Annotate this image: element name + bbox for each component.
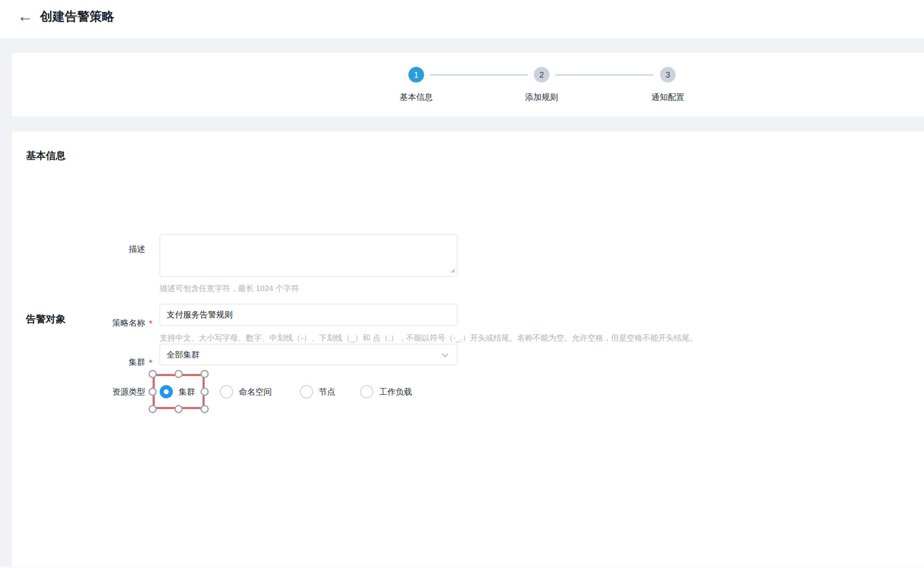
radio-unchecked-icon: [300, 385, 313, 398]
cluster-label: 集群: [26, 357, 145, 367]
radio-unchecked-icon: [220, 385, 233, 398]
radio-option-workload[interactable]: 工作负载: [360, 385, 412, 398]
step-2-label: 添加规则: [500, 92, 583, 103]
step-1-label: 基本信息: [375, 92, 457, 103]
annotation-handle-bottom-right: [200, 405, 209, 413]
bottom-scrollbar-track: [0, 566, 924, 568]
form-card: 基本信息 策略名称 * 支持中文、大小写字母、数字、中划线（-）、下划线（_）和…: [12, 132, 924, 568]
cluster-select[interactable]: 全部集群: [160, 344, 457, 365]
step-3-label: 通知配置: [627, 92, 709, 103]
radio-option-label: 节点: [319, 385, 335, 398]
section-title-basic-info: 基本信息: [26, 149, 66, 162]
annotation-handle-middle-right: [200, 388, 209, 396]
step-3-circle: 3: [660, 67, 676, 83]
page-title: 创建告警策略: [40, 8, 114, 25]
section-title-alert-object: 告警对象: [26, 312, 66, 326]
stepper-card: 1 2 3 基本信息 添加规则 通知配置: [12, 53, 924, 116]
description-label: 描述: [26, 244, 145, 254]
radio-checked-icon: [160, 385, 173, 398]
policy-name-input[interactable]: [160, 304, 457, 326]
step-2-circle: 2: [534, 67, 549, 83]
cluster-required-mark: *: [149, 358, 153, 368]
chevron-down-icon: [440, 350, 450, 360]
policy-name-required-mark: *: [149, 319, 153, 329]
step-connector-2: [555, 74, 653, 76]
radio-option-cluster[interactable]: 集群: [160, 385, 195, 398]
radio-option-node[interactable]: 节点: [300, 385, 335, 398]
radio-option-label: 命名空间: [239, 385, 272, 398]
resource-type-label: 资源类型: [26, 387, 145, 397]
create-alert-policy-page: ← 创建告警策略 1 2 3 基本信息 添加规则 通知配置 基本信息 策略名称 …: [0, 0, 924, 568]
description-field-wrap: [160, 234, 457, 277]
step-1-circle: 1: [408, 67, 424, 83]
radio-unchecked-icon: [360, 385, 373, 398]
radio-option-label: 集群: [179, 385, 195, 398]
description-textarea[interactable]: [160, 234, 457, 277]
page-header: ← 创建告警策略: [0, 0, 924, 38]
radio-option-label: 工作负载: [379, 385, 412, 398]
annotation-handle-top-middle: [174, 370, 183, 378]
annotation-handle-top-left: [148, 370, 157, 378]
annotation-handle-bottom-middle: [174, 405, 183, 413]
policy-name-hint: 支持中文、大小写字母、数字、中划线（-）、下划线（_）和 点（.），不能以符号（…: [160, 333, 698, 343]
annotation-handle-bottom-left: [148, 405, 157, 413]
annotation-handle-middle-left: [148, 388, 157, 396]
back-arrow-icon[interactable]: ←: [17, 7, 33, 25]
description-hint: 描述可包含任意字符，最长 1024 个字符: [160, 283, 299, 294]
cluster-select-value: 全部集群: [167, 344, 200, 365]
step-connector-1: [430, 74, 528, 76]
annotation-handle-top-right: [200, 370, 209, 378]
radio-option-namespace[interactable]: 命名空间: [220, 385, 272, 398]
